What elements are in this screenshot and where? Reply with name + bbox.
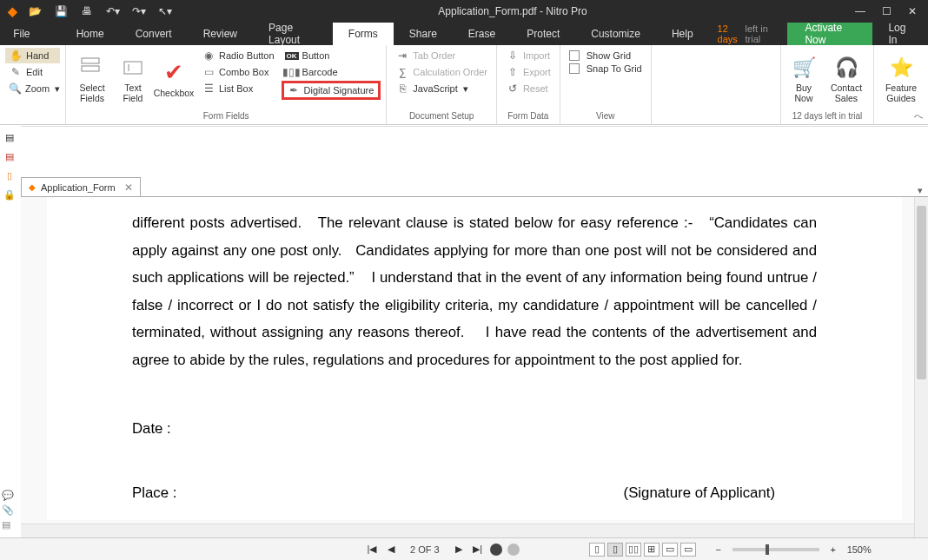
tab-expand-button[interactable]: ▾ <box>912 185 928 196</box>
svg-rect-2 <box>124 62 142 74</box>
vertical-scrollbar[interactable] <box>914 197 928 537</box>
menu-page-layout[interactable]: Page Layout <box>253 23 333 45</box>
cart-icon: 🛒 <box>790 54 818 82</box>
js-icon: ⎘ <box>395 82 409 96</box>
next-view-button[interactable] <box>507 544 520 556</box>
next-page-button[interactable]: ▶ <box>452 543 466 557</box>
hand-icon: ✋ <box>9 49 23 63</box>
output-panel-icon[interactable]: ▤ <box>2 519 19 530</box>
edit-icon: ✎ <box>9 65 23 79</box>
left-panel-strip-bottom: 💬 📎 ▤ <box>0 486 21 534</box>
snap-grid-check[interactable]: Snap To Grid <box>566 63 646 75</box>
select-fields-button[interactable]: Select Fields <box>71 48 113 109</box>
hand-tool[interactable]: ✋Hand <box>5 48 60 63</box>
reset-button: ↺Reset <box>502 81 554 96</box>
zoom-in-button[interactable]: + <box>826 543 840 557</box>
print-icon[interactable]: 🖶 <box>75 2 99 21</box>
text-field-button[interactable]: Text Field <box>116 48 149 109</box>
checkbox-icon <box>569 63 580 74</box>
bookmarks-panel-icon[interactable]: ▤ <box>2 148 17 164</box>
file-menu[interactable]: File <box>0 23 43 45</box>
text-field-icon <box>119 54 147 82</box>
pdf-icon: ◆ <box>29 182 36 192</box>
close-button[interactable]: ✕ <box>900 2 925 21</box>
menu-help[interactable]: Help <box>656 23 709 45</box>
menu-customize[interactable]: Customize <box>575 23 656 45</box>
activate-button[interactable]: Activate Now <box>787 23 872 45</box>
menu-share[interactable]: Share <box>394 23 453 45</box>
select-fields-icon <box>78 54 106 82</box>
button-icon: OK <box>285 49 299 63</box>
tab-order-button: ⇥Tab Order <box>392 48 491 63</box>
digital-signature-button[interactable]: ✒Digital Signature <box>282 81 381 100</box>
svg-rect-1 <box>82 66 99 71</box>
ribbon-collapse-button[interactable]: へ <box>914 110 923 122</box>
document-view: different posts advertised. The relevant… <box>21 197 928 537</box>
zoom-out-button[interactable]: − <box>712 543 726 557</box>
list-icon: ☰ <box>202 82 215 96</box>
zoom-slider[interactable] <box>732 548 819 551</box>
javascript-button[interactable]: ⎘JavaScript▾ <box>392 81 491 96</box>
form-data-label: Form Data <box>502 109 554 124</box>
prev-view-button[interactable] <box>490 544 502 556</box>
menu-review[interactable]: Review <box>188 23 253 45</box>
page-indicator: 2 OF 3 <box>410 544 440 555</box>
view-single-button[interactable]: ▯ <box>589 543 605 557</box>
ribbon: ✋Hand ✎Edit 🔍Zoom▾ Select Fields Text Fi… <box>0 45 928 125</box>
attachments-panel-icon[interactable]: 📎 <box>2 504 19 516</box>
security-panel-icon[interactable]: 🔒 <box>2 187 17 202</box>
zoom-tool[interactable]: 🔍Zoom▾ <box>5 81 60 96</box>
svg-rect-0 <box>82 58 99 63</box>
scroll-thumb[interactable] <box>917 206 926 379</box>
menu-erase[interactable]: Erase <box>453 23 511 45</box>
last-page-button[interactable]: ▶| <box>471 543 485 557</box>
open-icon[interactable]: 📂 <box>23 2 47 21</box>
buy-now-button[interactable]: 🛒Buy Now <box>786 48 821 109</box>
import-button: ⇩Import <box>502 48 554 63</box>
doc-setup-label: Document Setup <box>392 109 491 124</box>
document-tab[interactable]: ◆ Application_Form ✕ <box>21 177 141 196</box>
undo-icon[interactable]: ↶▾ <box>101 2 125 21</box>
login-button[interactable]: Log In <box>872 23 928 45</box>
minimize-button[interactable]: — <box>848 2 872 21</box>
paragraph-text: different posts advertised. The relevant… <box>132 209 817 373</box>
menu-protect[interactable]: Protect <box>511 23 575 45</box>
barcode-button[interactable]: ▮▯▮Barcode <box>282 64 381 80</box>
form-fields-label: Form Fields <box>71 109 381 124</box>
comments-panel-icon[interactable]: 💬 <box>2 490 19 501</box>
panel-label <box>5 109 60 124</box>
view-fit-button[interactable]: ▭ <box>662 543 678 557</box>
status-bar: |◀ ◀ 2 OF 3 ▶ ▶| ▯ ▯ ▯▯ ⊞ ▭ ▭ − + 150% <box>0 537 928 560</box>
view-label: View <box>566 109 646 124</box>
layers-panel-icon[interactable]: ▯ <box>2 168 17 183</box>
tab-close-icon[interactable]: ✕ <box>124 181 133 194</box>
horizontal-scrollbar[interactable] <box>21 524 914 537</box>
maximize-button[interactable]: ☐ <box>874 2 898 21</box>
radio-button[interactable]: ◉Radio Button <box>198 48 278 63</box>
star-doc-icon: ⭐ <box>887 54 915 82</box>
menu-home[interactable]: Home <box>61 23 120 45</box>
edit-tool[interactable]: ✎Edit <box>5 64 60 80</box>
view-width-button[interactable]: ▭ <box>680 543 696 557</box>
view-facing-button[interactable]: ▯▯ <box>626 543 641 557</box>
button-field[interactable]: OKButton <box>282 48 381 63</box>
contact-sales-button[interactable]: 🎧Contact Sales <box>825 48 868 109</box>
show-grid-check[interactable]: Show Grid <box>566 49 646 62</box>
doc-strip <box>21 126 928 178</box>
pages-panel-icon[interactable]: ▤ <box>2 129 17 145</box>
redo-icon[interactable]: ↷▾ <box>127 2 151 21</box>
view-continuous-button[interactable]: ▯ <box>607 543 623 557</box>
combo-box-button[interactable]: ▭Combo Box <box>198 64 278 80</box>
prev-page-button[interactable]: ◀ <box>384 543 398 557</box>
menu-forms[interactable]: Forms <box>333 23 394 45</box>
view-grid-button[interactable]: ⊞ <box>644 543 660 557</box>
checkbox-icon: ✔ <box>160 59 188 87</box>
cursor-icon[interactable]: ↖▾ <box>153 2 177 21</box>
combo-icon: ▭ <box>202 65 215 79</box>
list-box-button[interactable]: ☰List Box <box>198 81 278 96</box>
feature-guides-button[interactable]: ⭐Feature Guides <box>879 48 923 109</box>
first-page-button[interactable]: |◀ <box>365 543 379 557</box>
save-icon[interactable]: 💾 <box>49 2 73 21</box>
menu-convert[interactable]: Convert <box>120 23 188 45</box>
checkbox-button[interactable]: ✔ Checkbox <box>153 48 195 109</box>
